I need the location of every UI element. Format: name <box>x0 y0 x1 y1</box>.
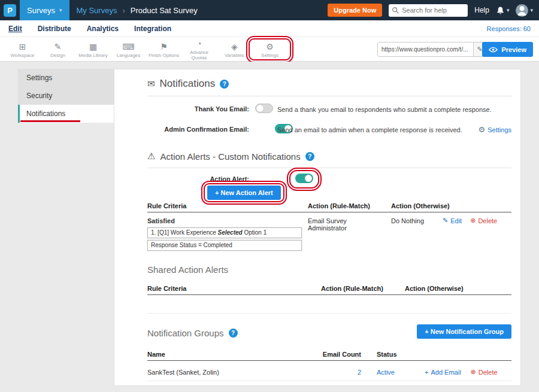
admin-confirmation-email-description: Send an email to admin when a complete r… <box>277 126 462 133</box>
settings-sidebar: Settings Security Notifications <box>18 69 114 123</box>
delete-icon: ⊗ <box>471 368 476 376</box>
add-email-link[interactable]: + Add Email <box>425 368 461 376</box>
tab-edit[interactable]: Edit <box>8 25 22 33</box>
col-header-name: Name <box>147 351 165 358</box>
tab-distribute[interactable]: Distribute <box>38 25 71 33</box>
delete-icon: ⊗ <box>470 217 476 224</box>
notification-groups-header: Notification Groups ? <box>147 328 238 338</box>
tab-integration[interactable]: Integration <box>134 25 171 33</box>
delete-label: Delete <box>478 217 497 224</box>
advance-quotas-icon: ◔ <box>181 39 217 48</box>
plus-icon: + <box>425 369 428 376</box>
toolbar-item-workspace[interactable]: ⊞ Workspace <box>5 41 40 58</box>
toolbar-item-finish-options[interactable]: ⚑ Finish Options <box>146 41 181 58</box>
criteria-text: Option 1 <box>243 229 267 236</box>
toolbar-item-design[interactable]: ✎ Design <box>40 41 75 58</box>
preview-button[interactable]: Preview <box>482 42 533 57</box>
responses-count-link[interactable]: Responses: 60 <box>487 25 531 32</box>
new-notification-group-button[interactable]: + New Notification Group <box>417 324 511 339</box>
help-icon[interactable]: ? <box>229 329 238 338</box>
group-status: Active <box>377 369 395 376</box>
breadcrumb-current-survey: Product Sat Survey <box>131 6 198 15</box>
new-action-alert-button[interactable]: + New Action Alert <box>207 186 281 200</box>
alert-rule-match-action: Email Survey Administrator <box>308 217 371 232</box>
chevron-down-icon: ▾ <box>530 7 533 13</box>
breadcrumb-my-surveys[interactable]: My Surveys <box>77 6 117 15</box>
survey-url-field: ✎ <box>377 42 486 57</box>
settings-gear-icon: ⚙ <box>252 42 287 51</box>
annotation-notifications-underline <box>20 120 80 122</box>
gear-icon: ⚙ <box>479 125 486 134</box>
action-alert-toggle[interactable] <box>295 174 313 183</box>
warning-icon: ⚠ <box>147 151 155 162</box>
surveys-menu-button[interactable]: Surveys ▾ <box>20 0 69 20</box>
table-header-divider <box>147 212 511 212</box>
delete-label: Delete <box>479 369 498 376</box>
survey-nav: Edit Distribute Analytics Integration Re… <box>0 20 539 37</box>
workspace-icon: ⊞ <box>5 42 40 51</box>
criteria-emphasis: Selected <box>218 229 243 236</box>
toolbar-item-variables[interactable]: ◈ Variables <box>217 41 252 58</box>
help-link[interactable]: Help <box>474 6 489 14</box>
media-library-icon: ▦ <box>75 42 111 51</box>
col-header-status: Status <box>377 351 397 358</box>
alert-otherwise-action: Do Nothing <box>391 217 424 224</box>
toolbar-item-languages[interactable]: ⌨ Languages <box>111 41 146 58</box>
rule-criteria-item-2: Response Status = Completed <box>147 240 302 251</box>
alert-status: Satisfied <box>147 217 175 224</box>
add-email-label: Add Email <box>431 369 461 376</box>
section-title: Notifications <box>160 78 216 90</box>
toolbar-item-media-library[interactable]: ▦ Media Library <box>75 41 111 58</box>
help-search-input[interactable] <box>389 4 468 17</box>
admin-email-settings-link[interactable]: ⚙ Settings <box>479 125 511 134</box>
breadcrumb-separator-icon: › <box>122 6 125 15</box>
sidebar-item-notifications[interactable]: Notifications <box>18 105 114 123</box>
toolbar-item-label: Languages <box>111 53 146 58</box>
toolbar-item-label: Workspace <box>5 53 40 58</box>
group-email-count-link[interactable]: 2 <box>322 369 361 376</box>
toolbar-item-label: Variables <box>217 53 252 58</box>
thank-you-email-label: Thank You Email: <box>147 105 249 113</box>
rule-criteria-item-1: 1. [Q1] Work Experience Selected Option … <box>147 227 302 238</box>
avatar <box>516 4 528 17</box>
sidebar-item-security[interactable]: Security <box>18 87 114 105</box>
upgrade-now-button[interactable]: Upgrade Now <box>328 4 382 17</box>
design-icon: ✎ <box>40 42 75 51</box>
toolbar-item-label: Media Library <box>75 53 111 58</box>
tab-analytics[interactable]: Analytics <box>87 25 119 33</box>
action-alert-label: Action Alert: <box>147 175 249 183</box>
envelope-icon: ✉ <box>147 78 155 89</box>
divider <box>147 96 511 96</box>
preview-label: Preview <box>501 46 526 53</box>
account-menu[interactable]: ▾ <box>516 4 533 17</box>
edit-pencil-icon: ✎ <box>443 217 448 224</box>
thank-you-email-toggle[interactable] <box>255 104 273 113</box>
notifications-section-header: ✉ Notifications ? <box>147 78 229 90</box>
toolbar-item-settings[interactable]: ⚙ Settings <box>252 41 287 58</box>
divider <box>147 313 511 314</box>
survey-url-input[interactable] <box>378 42 473 56</box>
notifications-bell-menu[interactable]: ▾ <box>496 6 510 15</box>
toolbar-item-label: Finish Options <box>146 53 181 58</box>
thank-you-email-description: Send a thank you email to respondents wh… <box>277 106 492 113</box>
delete-group-link[interactable]: ⊗ Delete <box>471 368 498 376</box>
sidebar-item-label: Notifications <box>26 110 65 118</box>
breadcrumb: My Surveys › Product Sat Survey <box>77 6 198 15</box>
col-header-action-rule-match: Action (Rule-Match) <box>321 285 383 292</box>
edit-label: Edit <box>450 217 462 224</box>
content-area: Settings Security Notifications ✉ Notifi… <box>0 62 539 392</box>
col-header-action-rule-match: Action (Rule-Match) <box>308 202 370 209</box>
brand-logo-icon[interactable]: P <box>4 4 16 17</box>
divider <box>147 381 511 381</box>
delete-alert-link[interactable]: ⊗ Delete <box>470 217 497 224</box>
help-icon[interactable]: ? <box>305 152 314 161</box>
help-icon[interactable]: ? <box>220 80 229 89</box>
col-header-action-otherwise: Action (Otherwise) <box>405 285 464 292</box>
toolbar-item-advance-quotas[interactable]: ◔ Advance Quotas <box>181 38 217 60</box>
edit-alert-link[interactable]: ✎ Edit <box>443 217 462 224</box>
search-icon <box>392 7 399 14</box>
table-header-divider <box>147 294 511 295</box>
toolbar-item-label: Settings <box>252 53 287 58</box>
col-header-rule-criteria: Rule Criteria <box>147 202 186 209</box>
sidebar-item-settings[interactable]: Settings <box>18 69 114 87</box>
